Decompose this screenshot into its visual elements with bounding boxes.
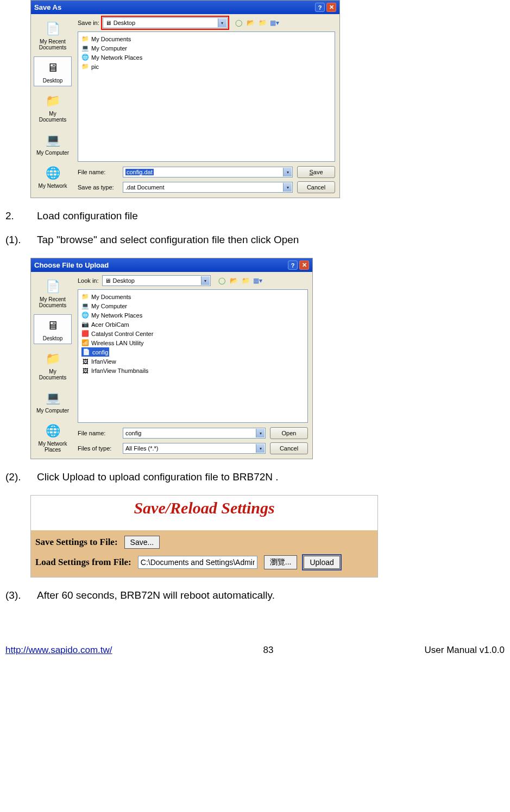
list-item[interactable]: 🌐My Network Places xyxy=(81,310,304,320)
substep-number: (3). xyxy=(5,589,27,601)
help-icon[interactable]: ? xyxy=(315,3,325,12)
views-icon[interactable]: ▦▾ xyxy=(270,18,280,28)
back-icon[interactable]: ◯ xyxy=(234,18,244,28)
up-folder-icon[interactable]: 📂 xyxy=(246,18,256,28)
panel-title: Save/Reload Settings xyxy=(31,496,377,530)
filename-input[interactable]: config.dat ▾ xyxy=(123,167,293,177)
desktop-icon: 🖥 xyxy=(105,277,111,284)
place-label: My Documents xyxy=(35,369,70,380)
file-icon: 🖼 xyxy=(81,358,89,365)
places-item[interactable]: 🖥Desktop xyxy=(34,314,72,344)
save-file-button[interactable]: Save... xyxy=(124,536,160,549)
list-item[interactable]: 📁My Documents xyxy=(81,292,304,301)
files-of-type-combo[interactable]: All Files (*.*) ▾ xyxy=(123,443,266,454)
place-icon: 📄 xyxy=(44,278,61,295)
file-list[interactable]: 📁My Documents💻My Computer🌐My Network Pla… xyxy=(78,289,308,423)
filename-value: config.dat xyxy=(125,169,154,175)
place-label: My Computer xyxy=(35,150,70,156)
file-icon: 🌐 xyxy=(81,312,89,319)
cancel-button[interactable]: Cancel xyxy=(297,181,335,193)
file-label: IrfanView xyxy=(91,358,116,365)
places-bar: 📄My Recent Documents🖥Desktop📁My Document… xyxy=(31,14,74,198)
places-item[interactable]: 💻My Computer xyxy=(34,386,72,416)
new-folder-icon[interactable]: 📁 xyxy=(241,276,251,286)
place-label: Desktop xyxy=(35,335,70,341)
places-item[interactable]: 💻My Computer xyxy=(34,129,72,158)
save-type-combo[interactable]: .dat Document ▾ xyxy=(123,182,293,193)
save-in-combo[interactable]: 🖥 Desktop ▾ xyxy=(103,17,228,28)
dialog-titlebar[interactable]: Save As ? ✕ xyxy=(31,1,339,14)
places-item[interactable]: 📁My Documents xyxy=(34,347,72,383)
up-folder-icon[interactable]: 📂 xyxy=(229,276,239,286)
open-button[interactable]: Open xyxy=(270,427,308,439)
new-folder-icon[interactable]: 📁 xyxy=(258,18,268,28)
cancel-button[interactable]: Cancel xyxy=(270,442,308,454)
file-icon: 🟥 xyxy=(81,330,89,338)
list-item[interactable]: 📁My Documents xyxy=(81,34,331,43)
places-item[interactable]: 📄My Recent Documents xyxy=(34,275,72,311)
upload-button[interactable]: Upload xyxy=(304,556,339,569)
chevron-down-icon[interactable]: ▾ xyxy=(256,429,265,437)
place-icon: 🖥 xyxy=(44,317,61,334)
chevron-down-icon[interactable]: ▾ xyxy=(256,444,265,453)
list-item[interactable]: 🖼IrfanView xyxy=(81,357,304,366)
filename-input[interactable]: config ▾ xyxy=(123,428,266,439)
file-path-input[interactable] xyxy=(138,556,257,569)
places-item[interactable]: 📁My Documents xyxy=(34,90,72,125)
places-item[interactable]: 📄My Recent Documents xyxy=(34,17,72,53)
list-item[interactable]: 🖼IrfanView Thumbnails xyxy=(81,366,304,375)
list-item[interactable]: 📶Wireless LAN Utility xyxy=(81,338,304,347)
file-label: Wireless LAN Utility xyxy=(91,340,144,346)
files-of-type-label: Files of type: xyxy=(78,445,118,452)
views-icon[interactable]: ▦▾ xyxy=(253,276,263,286)
footer-link[interactable]: http://www.sapido.com.tw/ xyxy=(5,645,112,656)
places-item[interactable]: 🌐My Network xyxy=(34,162,72,192)
save-reload-panel: Save/Reload Settings Save Settings to Fi… xyxy=(30,495,378,578)
places-item[interactable]: 🌐My Network Places xyxy=(34,420,72,455)
dialog-toolbar: ◯ 📂 📁 ▦▾ xyxy=(217,276,263,286)
step-2: 2. Load configuration file xyxy=(5,210,505,222)
list-item[interactable]: 💻My Computer xyxy=(81,43,331,53)
substep-text: After 60 seconds, BRB72N will reboot aut… xyxy=(37,589,275,601)
place-label: My Computer xyxy=(35,408,70,414)
list-item[interactable]: 📄config xyxy=(81,347,109,357)
chevron-down-icon[interactable]: ▾ xyxy=(218,18,226,27)
page-number: 83 xyxy=(263,645,274,656)
places-item[interactable]: 🖥Desktop xyxy=(34,56,72,86)
place-icon: 🌐 xyxy=(44,164,61,182)
list-item[interactable]: 🟥Catalyst Control Center xyxy=(81,329,304,338)
dialog-titlebar[interactable]: Choose File to Upload ? ✕ xyxy=(31,258,312,272)
place-label: My Network Places xyxy=(35,441,70,453)
place-label: My Network xyxy=(35,183,70,189)
list-item[interactable]: 💻My Computer xyxy=(81,301,304,310)
back-icon[interactable]: ◯ xyxy=(217,276,227,286)
file-icon: 💻 xyxy=(81,45,89,52)
list-item[interactable]: 🌐My Network Places xyxy=(81,53,331,62)
substep-1: (1). Tap "browse" and select configurati… xyxy=(5,234,505,246)
close-icon[interactable]: ✕ xyxy=(326,3,336,12)
files-of-type-value: All Files (*.*) xyxy=(125,445,159,452)
filename-value: config xyxy=(125,430,141,436)
save-to-file-label: Save Settings to File: xyxy=(35,537,118,548)
file-list[interactable]: 📁My Documents💻My Computer🌐My Network Pla… xyxy=(78,31,335,162)
help-icon[interactable]: ? xyxy=(288,261,298,270)
substep-text: Tap "browse" and select configuration fi… xyxy=(37,234,299,246)
place-icon: 🌐 xyxy=(44,422,61,440)
file-label: My Documents xyxy=(91,294,131,300)
filename-label: File name: xyxy=(78,169,118,175)
chevron-down-icon[interactable]: ▾ xyxy=(283,183,292,192)
list-item[interactable]: 📁pic xyxy=(81,62,331,71)
substep-3: (3). After 60 seconds, BRB72N will reboo… xyxy=(5,589,505,601)
close-icon[interactable]: ✕ xyxy=(299,261,309,270)
file-icon: 📁 xyxy=(81,63,89,71)
chevron-down-icon[interactable]: ▾ xyxy=(201,276,210,285)
look-in-label: Look in: xyxy=(78,277,99,284)
look-in-combo[interactable]: 🖥 Desktop ▾ xyxy=(102,275,211,286)
list-item[interactable]: 📷Acer OrbiCam xyxy=(81,320,304,329)
file-label: My Computer xyxy=(91,45,127,52)
substep-text: Click Upload to upload configuration fil… xyxy=(37,471,279,483)
browse-button[interactable]: 瀏覽... xyxy=(264,555,298,569)
filename-label: File name: xyxy=(78,430,118,436)
save-button[interactable]: Save xyxy=(297,166,335,178)
chevron-down-icon[interactable]: ▾ xyxy=(283,168,292,176)
